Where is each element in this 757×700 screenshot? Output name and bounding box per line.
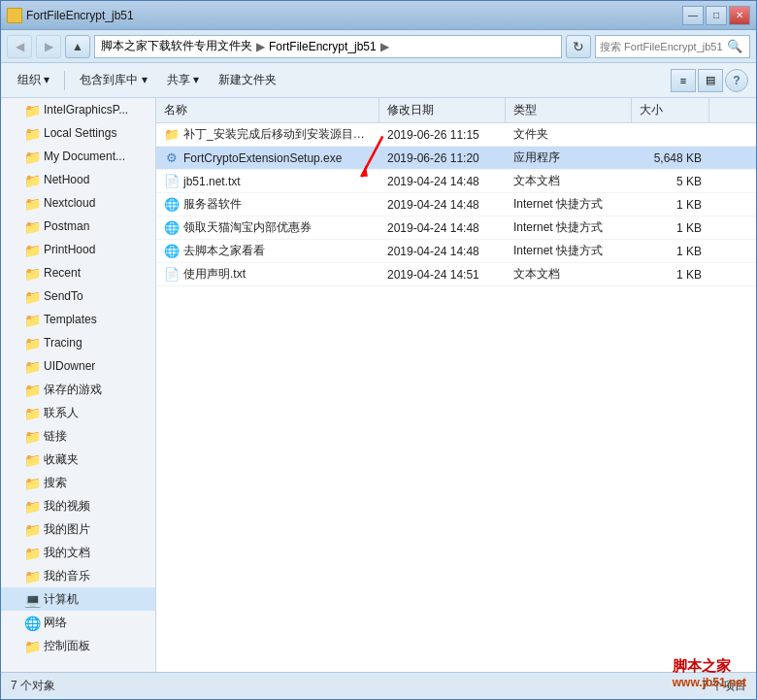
column-size[interactable]: 大小 [632, 98, 709, 122]
window-controls: — □ ✕ [682, 6, 750, 25]
sidebar-icon-6: 📁 [24, 243, 40, 256]
sidebar-item-16[interactable]: 📁搜索 [1, 471, 155, 494]
share-button[interactable]: 共享 ▾ [158, 67, 208, 94]
table-row[interactable]: 📄jb51.net.txt2019-04-24 14:48文本文档5 KB [156, 170, 756, 193]
sidebar-label-22: 网络 [44, 615, 67, 631]
column-type[interactable]: 类型 [506, 98, 632, 122]
sidebar-item-17[interactable]: 📁我的视频 [1, 494, 155, 517]
sidebar-label-9: Templates [44, 313, 97, 326]
view-toggle-button[interactable]: ≡ [671, 69, 696, 92]
sidebar-item-5[interactable]: 📁Postman [1, 215, 155, 238]
file-date-cell-3: 2019-04-24 14:48 [379, 193, 506, 216]
sidebar-item-8[interactable]: 📁SendTo [1, 284, 155, 308]
sidebar-label-20: 我的音乐 [44, 568, 90, 584]
sidebar-label-4: Nextcloud [44, 196, 95, 210]
sidebar-item-3[interactable]: 📁NetHood [1, 168, 155, 191]
sidebar-item-10[interactable]: 📁Tracing [1, 331, 155, 354]
add-to-library-button[interactable]: 包含到库中 ▾ [71, 67, 155, 94]
sidebar-label-13: 联系人 [44, 405, 79, 421]
organize-button[interactable]: 组织 ▾ [9, 67, 58, 94]
sidebar-item-13[interactable]: 📁联系人 [1, 401, 155, 424]
search-icon[interactable]: 🔍 [726, 38, 743, 55]
title-bar: FortFileEncrypt_jb51 — □ ✕ [1, 1, 756, 30]
sidebar-item-9[interactable]: 📁Templates [1, 308, 155, 331]
sidebar-item-2[interactable]: 📁My Document... [1, 145, 155, 168]
up-button[interactable]: ▲ [65, 35, 90, 58]
table-row[interactable]: ⚙FortCryptoExtensionSetup.exe2019-06-26 … [156, 147, 756, 170]
sidebar-item-22[interactable]: 🌐网络 [1, 611, 155, 634]
toolbar: 组织 ▾ 包含到库中 ▾ 共享 ▾ 新建文件夹 ≡ ▤ ? [1, 63, 756, 98]
sidebar-label-19: 我的文档 [44, 545, 90, 561]
file-icon-2: 📄 [164, 174, 180, 189]
sidebar-item-18[interactable]: 📁我的图片 [1, 517, 155, 541]
sidebar-icon-1: 📁 [24, 126, 40, 140]
minimize-button[interactable]: — [682, 6, 704, 25]
sidebar-label-11: UIDowner [44, 359, 95, 373]
file-size-cell-0 [632, 123, 709, 146]
file-size-cell-2: 5 KB [632, 170, 709, 192]
sidebar-item-20[interactable]: 📁我的音乐 [1, 564, 155, 587]
sidebar-icon-10: 📁 [24, 336, 40, 350]
sidebar-icon-20: 📁 [24, 569, 40, 583]
sidebar-item-4[interactable]: 📁Nextcloud [1, 191, 155, 215]
file-icon-1: ⚙ [164, 150, 180, 166]
file-icon-0: 📁 [164, 127, 180, 143]
sidebar-item-11[interactable]: 📁UIDowner [1, 354, 155, 378]
table-row[interactable]: 🌐领取天猫淘宝内部优惠券2019-04-24 14:48Internet 快捷方… [156, 217, 756, 240]
address-path[interactable]: 脚本之家下载软件专用文件夹 ▶ FortFileEncrypt_jb51 ▶ [94, 35, 562, 58]
sidebar-label-18: 我的图片 [44, 521, 90, 538]
file-type-cell-5: Internet 快捷方式 [506, 240, 632, 262]
refresh-button[interactable]: ↻ [566, 35, 591, 58]
file-size-cell-5: 1 KB [632, 240, 709, 262]
file-list-header: 名称 修改日期 类型 大小 [156, 98, 756, 123]
sidebar-icon-13: 📁 [24, 406, 40, 419]
sidebar-icon-14: 📁 [24, 429, 40, 443]
file-name-text-6: 使用声明.txt [183, 266, 246, 283]
table-row[interactable]: 🌐去脚本之家看看2019-04-24 14:48Internet 快捷方式1 K… [156, 240, 756, 263]
sidebar-item-15[interactable]: 📁收藏夹 [1, 448, 155, 471]
file-name-cell-1: ⚙FortCryptoExtensionSetup.exe [156, 147, 379, 169]
file-date-cell-2: 2019-04-24 14:48 [379, 170, 506, 192]
sidebar-item-12[interactable]: 📁保存的游戏 [1, 378, 155, 401]
sidebar-item-1[interactable]: 📁Local Settings [1, 121, 155, 145]
sidebar-item-19[interactable]: 📁我的文档 [1, 541, 155, 564]
sidebar-label-15: 收藏夹 [44, 451, 79, 468]
sidebar-icon-4: 📁 [24, 196, 40, 210]
file-date-cell-5: 2019-04-24 14:48 [379, 240, 506, 262]
column-date[interactable]: 修改日期 [379, 98, 506, 122]
search-box: 🔍 [595, 35, 750, 58]
file-size-cell-3: 1 KB [632, 193, 709, 216]
sidebar-item-0[interactable]: 📁IntelGraphicsP... [1, 98, 155, 121]
help-button[interactable]: ? [725, 69, 748, 92]
sidebar-label-3: NetHood [44, 173, 89, 186]
path-arrow-2: ▶ [380, 40, 389, 53]
file-icon-5: 🌐 [164, 244, 180, 259]
file-type-cell-4: Internet 快捷方式 [506, 217, 632, 239]
status-right: 7 个项目 [702, 678, 746, 694]
table-row[interactable]: 🌐服务器软件2019-04-24 14:48Internet 快捷方式1 KB [156, 193, 756, 217]
table-row[interactable]: 📁补丁_安装完成后移动到安装源目录覆盖2019-06-26 11:15文件夹 [156, 123, 756, 147]
back-button[interactable]: ◀ [7, 35, 32, 58]
forward-button[interactable]: ▶ [36, 35, 61, 58]
sidebar-label-0: IntelGraphicsP... [44, 103, 128, 117]
file-name-cell-2: 📄jb51.net.txt [156, 170, 379, 192]
close-button[interactable]: ✕ [729, 6, 750, 25]
table-row[interactable]: 📄使用声明.txt2019-04-24 14:51文本文档1 KB [156, 263, 756, 286]
maximize-button[interactable]: □ [706, 6, 727, 25]
status-selected-info: 7 个项目 [702, 678, 746, 694]
address-bar: ◀ ▶ ▲ 脚本之家下载软件专用文件夹 ▶ FortFileEncrypt_jb… [1, 30, 756, 63]
sidebar-item-14[interactable]: 📁链接 [1, 424, 155, 448]
sidebar-item-23[interactable]: 📁控制面板 [1, 634, 155, 657]
preview-pane-button[interactable]: ▤ [698, 69, 723, 92]
sidebar-item-21[interactable]: 💻计算机 [1, 587, 155, 611]
sidebar-icon-23: 📁 [24, 639, 40, 652]
sidebar-item-6[interactable]: 📁PrintHood [1, 238, 155, 261]
column-name[interactable]: 名称 [156, 98, 379, 122]
sidebar: 📁IntelGraphicsP...📁Local Settings📁My Doc… [1, 98, 156, 672]
search-input[interactable] [600, 41, 726, 52]
sidebar-item-7[interactable]: 📁Recent [1, 261, 155, 284]
new-folder-button[interactable]: 新建文件夹 [210, 67, 285, 94]
status-bar: 7 个对象 7 个项目 [1, 672, 756, 699]
sidebar-label-21: 计算机 [44, 591, 79, 608]
file-name-text-1: FortCryptoExtensionSetup.exe [183, 151, 342, 165]
